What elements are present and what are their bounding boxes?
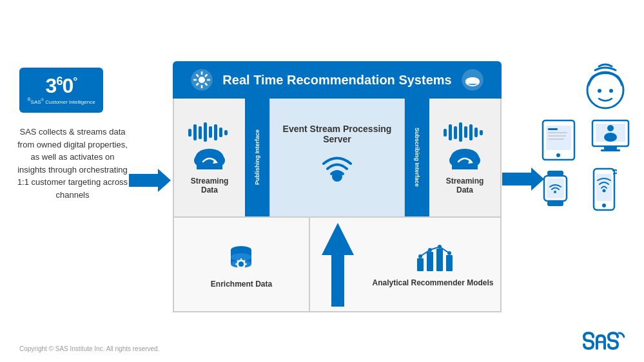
svg-point-2: [199, 77, 205, 83]
svg-rect-21: [224, 130, 228, 135]
svg-rect-30: [454, 126, 457, 139]
enrichment-data-label: Enrichment Data: [211, 280, 272, 289]
header-bar: Real Time Recommendation Systems: [173, 61, 502, 99]
waveform-left-icon: [187, 121, 232, 144]
cloud-arrow-left-icon: [190, 144, 229, 173]
streaming-data-right: StreamingData: [429, 99, 500, 216]
enrichment-data: Enrichment Data: [174, 218, 310, 311]
gear-icon: [191, 69, 213, 91]
svg-rect-20: [219, 128, 222, 137]
person-icon-container: [580, 61, 631, 113]
streaming-right-label: StreamingData: [446, 176, 484, 195]
svg-rect-35: [480, 130, 483, 135]
svg-line-52: [244, 267, 245, 268]
svg-rect-14: [188, 129, 191, 137]
svg-point-78: [604, 133, 617, 142]
svg-marker-55: [322, 223, 354, 307]
publishing-interface: Publishing Interface: [245, 99, 269, 216]
svg-rect-39: [452, 160, 478, 169]
copyright-text: Copyright © SAS Institute Inc. All right…: [19, 345, 159, 352]
monitor-icon: [591, 119, 630, 155]
svg-point-89: [602, 189, 605, 193]
tablet-icon: [541, 119, 576, 161]
svg-point-88: [602, 204, 606, 207]
phone-icon: [591, 167, 617, 211]
svg-rect-17: [204, 122, 207, 142]
svg-rect-31: [459, 122, 462, 142]
up-arrow-container: [310, 218, 366, 311]
svg-rect-18: [209, 126, 212, 138]
top-row: StreamingData Publishing Interface Event…: [174, 99, 500, 218]
svg-point-85: [554, 191, 556, 193]
right-arrow: [502, 167, 544, 193]
helmet-icon: [462, 69, 483, 91]
svg-rect-28: [444, 129, 447, 137]
subscribing-interface: Subscribing Interface: [405, 99, 429, 216]
content-area: StreamingData Publishing Interface Event…: [173, 99, 502, 312]
svg-point-74: [556, 153, 560, 157]
sas-ci-subtitle: ®SAS® Customer Intelligence: [27, 97, 95, 105]
svg-point-46: [239, 262, 244, 267]
streaming-left-label: StreamingData: [191, 176, 229, 195]
svg-rect-79: [604, 146, 617, 149]
analytical-recommender: Analytical Recommender Models: [366, 218, 500, 311]
main-diagram: Real Time Recommendation Systems: [173, 61, 502, 312]
left-arrow: [129, 169, 171, 195]
analytical-recommender-label: Analytical Recommender Models: [372, 278, 493, 287]
svg-line-53: [244, 260, 245, 262]
bottom-row: Enrichment Data: [174, 218, 500, 311]
svg-rect-33: [469, 124, 473, 140]
sas-footer-logo: [583, 329, 625, 352]
svg-rect-57: [427, 252, 433, 271]
svg-rect-73: [548, 138, 564, 140]
svg-line-54: [237, 267, 239, 268]
svg-rect-58: [436, 249, 443, 271]
svg-line-51: [237, 260, 239, 262]
publishing-interface-label: Publishing Interface: [254, 129, 260, 185]
waveform-right-icon: [442, 121, 487, 144]
svg-marker-0: [129, 169, 171, 192]
up-arrow-icon: [322, 223, 354, 307]
subscribing-interface-label: Subscribing Interface: [414, 128, 420, 187]
svg-rect-34: [474, 128, 478, 137]
sas-logo-text: 360°: [46, 75, 77, 96]
svg-rect-72: [548, 135, 566, 137]
svg-point-66: [598, 89, 601, 93]
enrichment-data-icon: [224, 240, 259, 276]
streaming-data-left: StreamingData: [174, 99, 245, 216]
svg-rect-32: [464, 126, 467, 138]
svg-rect-71: [548, 132, 567, 133]
svg-rect-13: [466, 82, 479, 84]
sas-logo: 360° ®SAS® Customer Intelligence: [19, 68, 103, 113]
svg-rect-16: [199, 126, 202, 139]
svg-point-77: [607, 125, 614, 131]
header-title: Real Time Recommendation Systems: [222, 73, 451, 88]
cloud-arrow-right-icon: [445, 144, 484, 173]
description-text: SAS collects & streams data from owned d…: [16, 126, 129, 201]
svg-rect-15: [193, 124, 197, 140]
sas-logo-footer: [583, 329, 625, 350]
smartwatch-icon: [541, 167, 570, 209]
svg-point-67: [609, 89, 613, 93]
svg-rect-25: [197, 160, 222, 169]
person-head-icon: [580, 61, 631, 113]
svg-rect-19: [214, 124, 217, 140]
svg-rect-29: [449, 124, 452, 140]
center-event-stream: Event Stream Processing Server: [269, 99, 405, 216]
svg-rect-80: [601, 149, 620, 151]
svg-rect-70: [548, 128, 558, 130]
devices-area: [541, 119, 634, 211]
analytical-recommender-icon: [414, 242, 453, 274]
event-stream-title: Event Stream Processing Server: [277, 124, 398, 144]
svg-marker-64: [502, 167, 544, 191]
svg-rect-56: [417, 258, 424, 271]
svg-rect-59: [446, 255, 453, 271]
broadcast-icon: [315, 149, 360, 191]
